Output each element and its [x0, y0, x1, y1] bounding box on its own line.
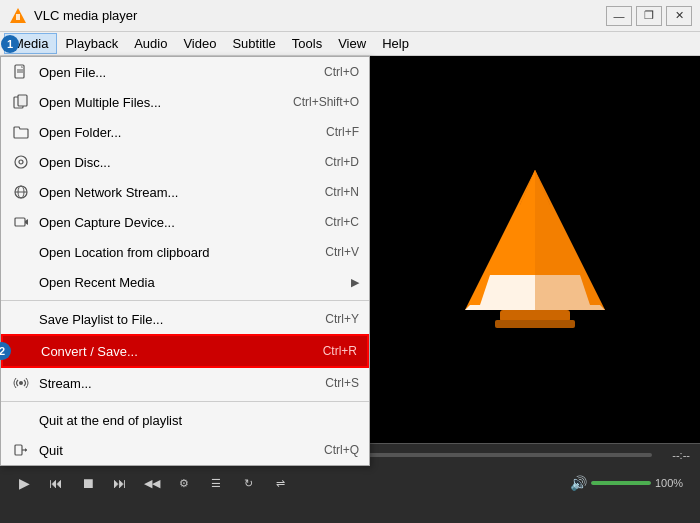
open-disc-label: Open Disc... [39, 155, 305, 170]
menu-bar: 1 Media Playback Audio Video Subtitle To… [0, 32, 700, 56]
menu-item-open-disc[interactable]: Open Disc... Ctrl+D [1, 147, 369, 177]
badge-1: 1 [1, 35, 19, 53]
open-file-icon [11, 62, 31, 82]
next-button[interactable]: ⏭ [106, 470, 134, 496]
badge-2: 2 [0, 342, 11, 360]
open-file-label: Open File... [39, 65, 304, 80]
menu-item-open-recent[interactable]: Open Recent Media ▶ [1, 267, 369, 297]
menu-tools[interactable]: Tools [284, 34, 330, 53]
menu-item-open-network[interactable]: Open Network Stream... Ctrl+N [1, 177, 369, 207]
save-playlist-label: Save Playlist to File... [39, 312, 305, 327]
menu-item-stream[interactable]: Stream... Ctrl+S [1, 368, 369, 398]
submenu-arrow: ▶ [351, 276, 359, 289]
open-network-icon [11, 182, 31, 202]
open-location-icon [11, 242, 31, 262]
menu-item-quit-end[interactable]: Quit at the end of playlist [1, 405, 369, 435]
app-title: VLC media player [34, 8, 606, 23]
open-file-shortcut: Ctrl+O [324, 65, 359, 79]
open-location-label: Open Location from clipboard [39, 245, 305, 260]
open-capture-shortcut: Ctrl+C [325, 215, 359, 229]
save-playlist-shortcut: Ctrl+Y [325, 312, 359, 326]
vlc-cone-image [435, 150, 635, 350]
open-multiple-icon [11, 92, 31, 112]
controls-row: ▶ ⏮ ⏹ ⏭ ◀◀ ⚙ ☰ ↻ ⇌ 🔊 100% [0, 466, 700, 500]
volume-bar[interactable] [591, 481, 651, 485]
quit-label: Quit [39, 443, 304, 458]
open-location-shortcut: Ctrl+V [325, 245, 359, 259]
convert-save-label: Convert / Save... [41, 344, 303, 359]
quit-icon [11, 440, 31, 460]
playlist-button[interactable]: ☰ [202, 470, 230, 496]
app-icon [8, 6, 28, 26]
prev-button[interactable]: ⏮ [42, 470, 70, 496]
svg-rect-26 [495, 320, 575, 328]
quit-end-icon [11, 410, 31, 430]
open-folder-shortcut: Ctrl+F [326, 125, 359, 139]
menu-view[interactable]: View [330, 34, 374, 53]
save-playlist-icon [11, 309, 31, 329]
shuffle-button[interactable]: ⇌ [266, 470, 294, 496]
stream-icon [11, 373, 31, 393]
open-disc-icon [11, 152, 31, 172]
svg-point-8 [19, 160, 23, 164]
restore-button[interactable]: ❐ [636, 6, 662, 26]
close-button[interactable]: ✕ [666, 6, 692, 26]
menu-item-open-capture[interactable]: Open Capture Device... Ctrl+C [1, 207, 369, 237]
convert-save-icon [13, 341, 33, 361]
open-folder-icon [11, 122, 31, 142]
menu-media[interactable]: 1 Media [4, 33, 57, 54]
open-multiple-shortcut: Ctrl+Shift+O [293, 95, 359, 109]
stream-label: Stream... [39, 376, 305, 391]
title-bar: VLC media player — ❐ ✕ [0, 0, 700, 32]
play-button[interactable]: ▶ [10, 470, 38, 496]
window-controls: — ❐ ✕ [606, 6, 692, 26]
time-right: --:-- [660, 449, 690, 461]
svg-point-14 [19, 381, 23, 385]
svg-rect-15 [15, 445, 22, 455]
volume-area: 🔊 100% [570, 475, 690, 491]
menu-subtitle[interactable]: Subtitle [224, 34, 283, 53]
menu-help[interactable]: Help [374, 34, 417, 53]
repeat-button[interactable]: ↻ [234, 470, 262, 496]
open-recent-label: Open Recent Media [39, 275, 351, 290]
open-capture-label: Open Capture Device... [39, 215, 305, 230]
separator-2 [1, 401, 369, 402]
mixer-button[interactable]: ⚙ [170, 470, 198, 496]
open-capture-icon [11, 212, 31, 232]
menu-item-open-folder[interactable]: Open Folder... Ctrl+F [1, 117, 369, 147]
quit-end-label: Quit at the end of playlist [39, 413, 359, 428]
svg-point-7 [15, 156, 27, 168]
menu-item-open-location[interactable]: Open Location from clipboard Ctrl+V [1, 237, 369, 267]
svg-rect-1 [16, 14, 20, 20]
menu-item-quit[interactable]: Quit Ctrl+Q [1, 435, 369, 465]
open-multiple-label: Open Multiple Files... [39, 95, 273, 110]
volume-icon: 🔊 [570, 475, 587, 491]
open-disc-shortcut: Ctrl+D [325, 155, 359, 169]
svg-rect-6 [18, 95, 27, 106]
menu-item-open-file[interactable]: Open File... Ctrl+O [1, 57, 369, 87]
open-recent-icon [11, 272, 31, 292]
menu-playback[interactable]: Playback [57, 34, 126, 53]
open-folder-label: Open Folder... [39, 125, 306, 140]
separator-1 [1, 300, 369, 301]
open-network-shortcut: Ctrl+N [325, 185, 359, 199]
media-dropdown: Open File... Ctrl+O Open Multiple Files.… [0, 56, 370, 466]
stream-shortcut: Ctrl+S [325, 376, 359, 390]
quit-shortcut: Ctrl+Q [324, 443, 359, 457]
menu-item-save-playlist[interactable]: Save Playlist to File... Ctrl+Y [1, 304, 369, 334]
open-network-label: Open Network Stream... [39, 185, 305, 200]
frame-prev-button[interactable]: ◀◀ [138, 470, 166, 496]
volume-label: 100% [655, 477, 690, 489]
svg-marker-17 [25, 448, 27, 452]
menu-item-convert-save[interactable]: 2 Convert / Save... Ctrl+R [1, 334, 369, 368]
menu-video[interactable]: Video [175, 34, 224, 53]
minimize-button[interactable]: — [606, 6, 632, 26]
stop-button[interactable]: ⏹ [74, 470, 102, 496]
svg-rect-12 [15, 218, 25, 226]
menu-audio[interactable]: Audio [126, 34, 175, 53]
menu-item-open-multiple[interactable]: Open Multiple Files... Ctrl+Shift+O [1, 87, 369, 117]
svg-marker-24 [535, 170, 605, 310]
convert-save-shortcut: Ctrl+R [323, 344, 357, 358]
volume-bar-fill [591, 481, 651, 485]
video-area [370, 56, 700, 443]
